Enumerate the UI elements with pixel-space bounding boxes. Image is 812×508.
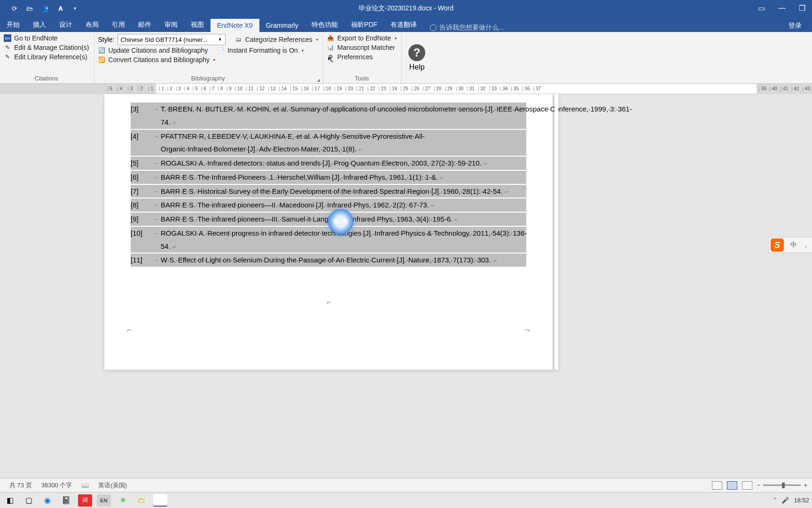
export-icon: 📤 bbox=[327, 34, 335, 42]
tab-arrow-icon: → bbox=[152, 213, 161, 226]
view-web-layout[interactable] bbox=[742, 481, 752, 490]
refresh-icon[interactable]: ⟳ bbox=[10, 4, 19, 13]
tab-endnote[interactable]: EndNote X9 bbox=[211, 19, 259, 32]
status-pages[interactable]: 共 73 页 bbox=[5, 481, 37, 490]
ref-number: [7] bbox=[131, 185, 152, 198]
tb-word-icon[interactable]: W bbox=[153, 494, 167, 507]
reference-item[interactable]: [3]→T.·BREEN,·N.·BUTLER,·M.·KOHIN,·et·al… bbox=[131, 103, 526, 129]
tab-review[interactable]: 审阅 bbox=[158, 18, 184, 32]
ref-number: [6] bbox=[131, 171, 152, 184]
tab-youdao[interactable]: 有道翻译 bbox=[384, 18, 423, 32]
reference-item[interactable]: [10]→ROGALSKI·A.·Recent·progress·in·infr… bbox=[131, 227, 526, 253]
tab-references[interactable]: 引用 bbox=[105, 18, 132, 32]
matcher-icon: 📊 bbox=[327, 44, 335, 51]
zoom-control[interactable]: − + bbox=[757, 482, 807, 489]
view-read-mode[interactable] bbox=[712, 481, 722, 490]
cmd-help[interactable]: ? Help bbox=[402, 32, 432, 83]
chevron-down-icon: ▾ bbox=[316, 38, 318, 42]
maximize-icon[interactable]: ❐ bbox=[799, 4, 805, 13]
tab-view[interactable]: 视图 bbox=[184, 18, 211, 32]
tab-home[interactable]: 开始 bbox=[0, 18, 26, 32]
cmd-instant-formatting[interactable]: 📄Instant Formatting is On▾ bbox=[217, 46, 303, 55]
style-dropdown[interactable]: Chinese Std GBT7714 (numer...▼ bbox=[117, 34, 226, 45]
zoom-in-icon[interactable]: + bbox=[804, 482, 807, 489]
chevron-down-icon: ▾ bbox=[302, 48, 304, 53]
ribbon: ENGo to EndNote ✎Edit & Manage Citation(… bbox=[0, 32, 812, 84]
reference-item[interactable]: [11]→W·S.·Effect·of·Light·on·Selenium·Du… bbox=[131, 254, 526, 267]
ref-number: [3] bbox=[131, 103, 152, 129]
reference-item[interactable]: [8]→BARR·E·S.·The·infrared·pioneers—II.·… bbox=[131, 198, 526, 212]
taskbar: ◧ ▢ ◉ 📓 词 EN ✳ 🗀 W ˄ 🎤 18:52 bbox=[0, 492, 812, 508]
reference-item[interactable]: [5]→ROGALSKI·A.·Infrared·detectors:·stat… bbox=[131, 157, 526, 170]
ime-bar[interactable]: S 中 ， bbox=[768, 237, 812, 253]
tb-taskview-icon[interactable]: ▢ bbox=[22, 494, 36, 507]
tab-mail[interactable]: 邮件 bbox=[132, 18, 158, 32]
cmd-manuscript-matcher[interactable]: 📊Manuscript Matcher bbox=[327, 43, 397, 52]
tab-layout[interactable]: 布局 bbox=[79, 18, 105, 32]
tb-notepad-icon[interactable]: 📓 bbox=[59, 494, 73, 507]
cmd-preferences[interactable]: ⚙Preferences bbox=[327, 53, 397, 61]
status-words[interactable]: 38300 个字 bbox=[37, 481, 77, 490]
tab-arrow-icon: → bbox=[152, 157, 161, 170]
reference-item[interactable]: [6]→BARR·E·S.·The·Infrared·Pioneers·.1.·… bbox=[131, 171, 526, 184]
tell-me[interactable]: 告诉我您想要做什么... bbox=[423, 24, 504, 32]
status-proofing-icon[interactable]: 📖 bbox=[77, 482, 94, 489]
ref-text: PFATTNER·R,·LEBEDEV·V,·LAUKHINA·E,·et·al… bbox=[161, 130, 526, 156]
tray-clock[interactable]: 18:52 bbox=[794, 497, 809, 504]
reference-item[interactable]: [4]→PFATTNER·R,·LEBEDEV·V,·LAUKHINA·E,·e… bbox=[131, 130, 526, 156]
cmd-edit-library[interactable]: ✎Edit Library Reference(s) bbox=[4, 53, 89, 61]
tb-en-icon[interactable]: EN bbox=[97, 494, 111, 507]
reference-item[interactable]: [7]→BARR·E·S.·Historical·Survey·of·the·E… bbox=[131, 185, 526, 198]
tab-grammarly[interactable]: Grammarly bbox=[259, 19, 305, 32]
tab-arrow-icon: → bbox=[152, 227, 161, 253]
minimize-icon[interactable]: — bbox=[778, 4, 786, 13]
tab-design[interactable]: 设计 bbox=[53, 18, 79, 32]
login-link[interactable]: 登录 bbox=[789, 22, 812, 32]
endnote-icon: EN bbox=[4, 34, 11, 42]
cmd-update-citations[interactable]: 🔄Update Citations and Bibliography bbox=[98, 46, 208, 55]
tab-arrow-icon: → bbox=[152, 171, 161, 184]
chevron-down-icon: ▼ bbox=[218, 37, 222, 42]
bulb-icon bbox=[430, 24, 437, 31]
dialog-launcher-icon[interactable]: ◢ bbox=[317, 78, 320, 82]
ime-punct[interactable]: ， bbox=[800, 241, 812, 249]
tray-chevron-icon[interactable]: ˄ bbox=[773, 497, 777, 504]
ribbon-options-icon[interactable]: ▭ bbox=[758, 4, 765, 13]
cmd-categorize[interactable]: 🗂Categorize References▾ bbox=[235, 35, 318, 44]
view-print-layout[interactable] bbox=[727, 481, 737, 490]
tray-mic-icon[interactable]: 🎤 bbox=[781, 497, 789, 504]
tb-edge-icon[interactable]: ◉ bbox=[40, 494, 55, 507]
font-icon[interactable]: A▾ bbox=[55, 4, 64, 13]
convert-icon: 🔁 bbox=[98, 56, 106, 64]
tab-foxit[interactable]: 福昕PDF bbox=[344, 18, 384, 32]
tell-me-text: 告诉我您想要做什么... bbox=[439, 24, 504, 32]
ref-text: ROGALSKI·A.·Infrared·detectors:·status·a… bbox=[161, 157, 526, 170]
ref-text: BARR·E·S.·Historical·Survey·of·the·Early… bbox=[161, 185, 526, 198]
zoom-slider[interactable] bbox=[763, 484, 801, 486]
document-title: 毕业论文-20230219.docx - Word bbox=[359, 4, 453, 13]
zoom-out-icon[interactable]: − bbox=[757, 482, 761, 489]
tb-start-icon[interactable]: ◧ bbox=[3, 494, 17, 507]
group-label-tools: Tools bbox=[327, 75, 397, 83]
open-icon[interactable]: 🗁 bbox=[25, 4, 34, 13]
cmd-convert-citations[interactable]: 🔁Convert Citations and Bibliography▾ bbox=[98, 56, 318, 64]
tb-explorer-icon[interactable]: 🗀 bbox=[134, 494, 148, 507]
ruler[interactable]: | 5| 4| 3| 2| 1 | 1| 2| 3| 4| 5| 6| 7| 8… bbox=[0, 84, 812, 94]
chevron-down-icon: ▾ bbox=[395, 36, 397, 40]
ime-lang[interactable]: 中 bbox=[788, 241, 800, 249]
document-page[interactable]: [3]→T.·BREEN,·N.·BUTLER,·M.·KOHIN,·et·al… bbox=[104, 94, 553, 370]
group-label-bibliography: Bibliography◢ bbox=[98, 75, 318, 83]
tab-special[interactable]: 特色功能 bbox=[305, 18, 344, 32]
tb-wechat-icon[interactable]: ✳ bbox=[116, 494, 130, 507]
cmd-edit-citations[interactable]: ✎Edit & Manage Citation(s) bbox=[4, 43, 89, 52]
status-language[interactable]: 英语(美国) bbox=[94, 481, 132, 490]
group-tools: 📤Export to EndNote▾ 📊Manuscript Matcher … bbox=[323, 32, 402, 83]
title-bar: ⟳ 🗁 👤▾ A▾ ▾ 毕业论文-20230219.docx - Word ▭ … bbox=[0, 0, 812, 16]
cmd-goto-endnote[interactable]: ENGo to EndNote bbox=[4, 34, 89, 42]
qat-customize-icon[interactable]: ▾ bbox=[70, 4, 79, 13]
ref-number: [8] bbox=[131, 198, 152, 212]
cmd-export-endnote[interactable]: 📤Export to EndNote▾ bbox=[327, 34, 397, 42]
person-icon[interactable]: 👤▾ bbox=[40, 4, 49, 13]
tab-insert[interactable]: 插入 bbox=[26, 18, 53, 32]
tb-dict-icon[interactable]: 词 bbox=[78, 494, 92, 507]
